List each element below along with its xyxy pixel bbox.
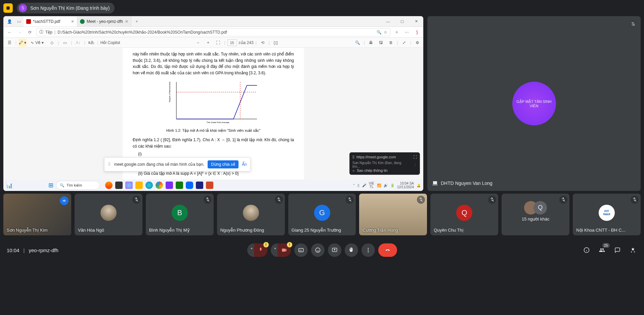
pageview-button[interactable]: ▯▯ — [272, 39, 280, 47]
start-button[interactable]: ⊞ — [48, 182, 53, 189]
saveas-button[interactable]: 🗎 — [387, 39, 395, 47]
close-window-button[interactable]: ✕ — [409, 16, 423, 27]
avatar: B — [172, 205, 188, 221]
page-input[interactable]: 15 — [227, 39, 237, 46]
text-button[interactable]: ▭ — [61, 39, 69, 47]
taskbar-app-icon[interactable] — [115, 182, 123, 189]
camera-control-split[interactable]: ˄ ! — [271, 243, 291, 257]
close-icon[interactable]: ✕ — [125, 19, 128, 24]
taskbar-app-icon[interactable] — [145, 182, 153, 189]
participant-tile[interactable]: QQuyên Chu Thị — [430, 194, 498, 235]
presenter-avatar: S — [19, 4, 27, 12]
workspaces-icon[interactable]: ▭ — [15, 18, 23, 25]
raise-hand-button[interactable] — [345, 243, 358, 257]
copilot-icon[interactable]: ⟆ — [413, 29, 421, 36]
contents-button[interactable]: ☰ — [5, 39, 13, 47]
participant-tile[interactable]: Văn Hòa Ngô — [75, 194, 142, 235]
rotate-button[interactable]: ⟲ — [259, 39, 267, 47]
meeting-details-button[interactable] — [582, 246, 591, 254]
new-tab-button[interactable]: ＋ — [133, 18, 141, 25]
tray-icon[interactable]: ▯ — [357, 184, 359, 187]
taskbar-app-icon[interactable] — [135, 182, 143, 189]
app-icon[interactable] — [3, 3, 13, 13]
collections-icon[interactable]: ✧ — [393, 29, 400, 36]
draw-button[interactable]: ∿ Vẽ ▾ — [29, 39, 46, 47]
language-indicator[interactable]: VIE TL — [369, 182, 374, 189]
taskbar-app-icon[interactable] — [206, 182, 213, 189]
mic-button[interactable]: ! — [254, 243, 267, 257]
participant-tile[interactable]: GGiang 25 Nguyễn Trường — [288, 194, 356, 235]
tab-meet[interactable]: Meet - yeo-rpmz-dfh ✕ — [77, 16, 131, 27]
settings-button[interactable]: ⚙ — [413, 39, 421, 47]
tab-pdf[interactable]: *sachSTTD.pdf ✕ — [24, 16, 77, 27]
fullscreen-button[interactable]: ⤢ — [400, 39, 408, 47]
url-input[interactable]: ⓘ Tệp | D:/Sách-Giáo%20trình/Sách%20chuy… — [36, 28, 390, 36]
grip-icon[interactable]: ⠿ — [108, 162, 111, 167]
taskbar-search[interactable]: 🔍Tìm kiếm — [56, 181, 100, 190]
zoom-in-button[interactable]: + — [204, 39, 212, 47]
pinned-participant[interactable]: GẶP MẶT TÂN SINH VIÊN DHTD Nguyen Van Lo… — [427, 16, 641, 191]
tray-chevron-icon[interactable]: ˄ — [353, 184, 355, 187]
meet-pip[interactable]: ▯https://meet.google.com⛶ Sơn Nguyễn Thị… — [349, 152, 420, 175]
participant-name: Bình Nguyễn Thị Mỹ — [149, 228, 210, 233]
erase-button[interactable]: ◇ — [48, 39, 56, 47]
battery-icon[interactable]: 🔋 — [390, 184, 394, 187]
taskbar-app-icon[interactable] — [196, 182, 203, 189]
participant-tile[interactable]: Sơn Nguyễn Thị Kim — [3, 194, 71, 235]
taskbar-app-icon[interactable] — [105, 182, 113, 189]
leave-call-button[interactable] — [378, 243, 397, 257]
save-button[interactable]: 🖫 — [377, 39, 385, 47]
participant-name: Cương Trần Hùng — [362, 228, 424, 233]
stop-sharing-button[interactable]: Dừng chia sẻ — [208, 160, 239, 168]
refresh-button[interactable]: ⟳ — [26, 29, 34, 36]
fit-button[interactable]: ⛶ — [214, 39, 222, 47]
volume-icon[interactable]: 🔊 — [384, 184, 388, 187]
translate-button[interactable]: aあ — [87, 39, 95, 47]
present-button[interactable] — [328, 243, 341, 257]
chat-button[interactable] — [613, 246, 622, 254]
hide-notice-button[interactable]: Ẩn — [242, 162, 247, 167]
mic-muted-icon — [629, 19, 637, 28]
reactions-button[interactable] — [311, 243, 325, 257]
participant-tile[interactable]: Cương Trần Hùng — [359, 194, 427, 235]
maximize-button[interactable]: ▢ — [395, 16, 409, 27]
taskbar-app-icon[interactable] — [186, 182, 193, 189]
participant-tile[interactable]: FITHaUINội Khoa CNTT - ĐH C... — [573, 194, 641, 235]
participant-tile[interactable]: Nguyễn Phương Đông — [217, 194, 285, 235]
windows-taskbar[interactable]: 📊 ⊞ 🔍Tìm kiếm ˄ ▯ � — [3, 180, 423, 191]
widgets-icon[interactable]: 📊 — [6, 182, 13, 189]
page-total: của 243 — [239, 40, 254, 45]
taskbar-app-icon[interactable] — [176, 182, 183, 189]
favorite-icon[interactable]: ☆ — [384, 30, 387, 35]
minimize-button[interactable]: — — [381, 16, 395, 27]
participant-tile[interactable]: BBình Nguyễn Thị Mỹ — [146, 194, 214, 235]
more-icon[interactable]: ⋮ — [414, 163, 417, 167]
wifi-icon[interactable]: 📶 — [377, 184, 381, 187]
people-button[interactable]: 25 — [598, 246, 606, 254]
captions-button[interactable]: cc — [294, 243, 308, 257]
participant-tile[interactable]: Q15 người khác — [502, 194, 569, 235]
personal-icon[interactable]: 👤 — [5, 18, 13, 25]
mic-muted-icon — [346, 196, 354, 204]
alert-badge: ! — [263, 242, 269, 247]
search-button[interactable]: 🔍 — [354, 39, 362, 47]
camera-button[interactable]: ! — [277, 243, 291, 257]
notifications-icon[interactable]: 🔔 — [417, 184, 421, 187]
copilot-prompt[interactable]: Hỏi Copilot — [100, 40, 120, 45]
highlight-button[interactable]: 🖍 ▾ — [18, 39, 27, 47]
more-options-button[interactable] — [361, 243, 375, 257]
taskbar-app-icon[interactable] — [125, 182, 133, 189]
taskbar-app-icon[interactable] — [156, 182, 163, 189]
clock-time[interactable]: 10:04 SA — [397, 182, 414, 185]
zoom-icon[interactable]: 🔍 — [377, 30, 382, 35]
mic-control-split[interactable]: ˄ ! — [247, 243, 267, 257]
presenter-pill[interactable]: S Sơn Nguyễn Thị Kim (Đang trình bày) — [17, 3, 115, 13]
activities-button[interactable] — [629, 246, 637, 254]
zoom-out-button[interactable]: − — [194, 39, 202, 47]
back-button[interactable]: ← — [6, 29, 13, 36]
taskbar-app-icon[interactable] — [166, 182, 173, 189]
tray-icon[interactable]: 🎤 — [362, 184, 366, 187]
close-icon[interactable]: ✕ — [71, 19, 74, 24]
print-button[interactable]: 🖶 — [367, 39, 375, 47]
menu-icon[interactable]: ⋯ — [403, 29, 411, 36]
